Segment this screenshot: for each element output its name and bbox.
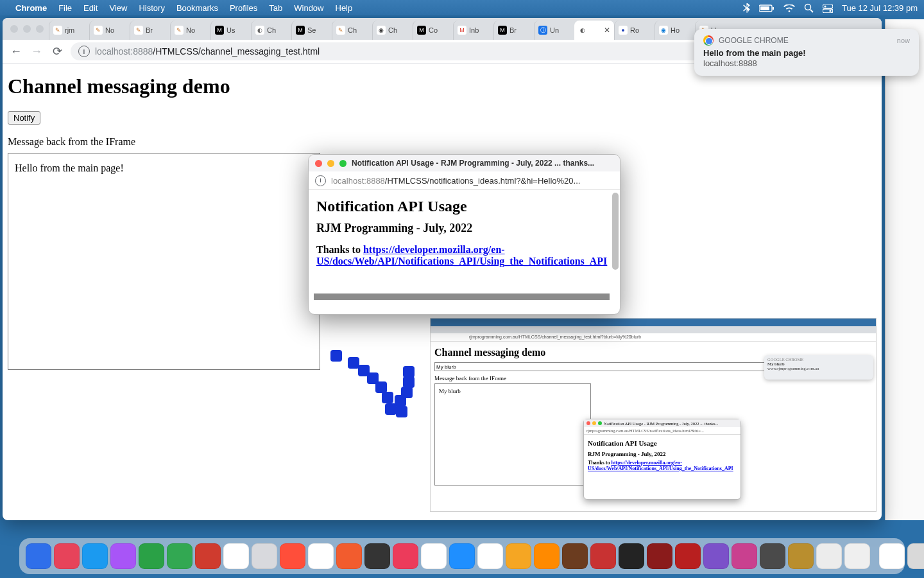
dock-app-icon[interactable] (562, 543, 588, 569)
browser-tab[interactable]: ◉Ch (372, 21, 413, 40)
dock-app-icon[interactable] (82, 543, 108, 569)
browser-tab[interactable]: MInb (453, 21, 493, 40)
browser-tab[interactable]: MBr (493, 21, 534, 40)
tab-favicon: ✎ (336, 26, 345, 35)
browser-tab[interactable]: ✎rjm (49, 21, 89, 40)
toast-app-name: GOOGLE CHROME (719, 36, 789, 45)
menubar-bookmarks[interactable]: Bookmarks (176, 3, 218, 13)
dock-app-icon[interactable] (308, 543, 334, 569)
dock-app-icon[interactable] (223, 543, 249, 569)
menubar-view[interactable]: View (109, 3, 127, 13)
forward-button[interactable]: → (30, 45, 44, 58)
wifi-icon[interactable] (783, 3, 795, 12)
bluetooth-icon[interactable] (743, 3, 750, 13)
dock-app-icon[interactable] (393, 543, 418, 569)
dock-app-icon[interactable] (703, 543, 729, 569)
dock-app-icon[interactable] (167, 543, 193, 569)
nested-popup-title: Notification API Usage - RJM Programming… (604, 421, 719, 426)
menubar-profiles[interactable]: Profiles (230, 3, 257, 13)
window-traffic-lights[interactable] (8, 18, 49, 40)
dock-app-icon[interactable] (844, 543, 870, 569)
dock-app-icon[interactable] (449, 543, 475, 569)
dock-app-icon[interactable] (336, 543, 362, 569)
popup-footer-bar (314, 293, 610, 300)
browser-tab[interactable]: ◐Ch (251, 21, 291, 40)
dock-app-icon[interactable] (280, 543, 305, 569)
tab-favicon: M (296, 26, 305, 35)
dock-app-icon[interactable] (816, 543, 842, 569)
dock-app-icon[interactable] (364, 543, 390, 569)
dock-app-icon[interactable] (619, 543, 644, 569)
popup-thanks-line: Thanks to https://developer.mozilla.org/… (316, 244, 612, 267)
dock-app-icon[interactable] (252, 543, 277, 569)
spotlight-icon[interactable] (804, 3, 814, 13)
browser-tab[interactable]: ✎Ch (332, 21, 372, 40)
dock-app-icon[interactable] (195, 543, 221, 569)
reload-button[interactable]: ⟳ (50, 44, 64, 58)
browser-tab[interactable]: MUs (210, 21, 251, 40)
browser-tab[interactable]: MCo (413, 21, 453, 40)
menubar-help[interactable]: Help (336, 3, 353, 13)
cursor-trail-dot (385, 403, 397, 415)
browser-tab[interactable]: ◉Ho (654, 21, 695, 40)
macos-dock[interactable] (19, 538, 905, 574)
browser-tab[interactable]: ✎No (170, 21, 210, 40)
traffic-close-icon[interactable] (10, 25, 18, 33)
popup-scrollbar[interactable] (612, 193, 619, 292)
back-button[interactable]: ← (9, 45, 23, 58)
popup-subheading: RJM Programming - July, 2022 (316, 222, 612, 235)
popup-window[interactable]: Notification API Usage - RJM Programming… (308, 154, 620, 315)
dock-app-icon[interactable] (647, 543, 672, 569)
popup-min-icon[interactable] (327, 160, 334, 167)
popup-address-bar[interactable]: i localhost:8888/HTMLCSS/notifications_i… (309, 171, 620, 190)
dock-app-icon[interactable] (26, 543, 51, 569)
site-info-icon[interactable]: i (78, 46, 90, 57)
toast-subtitle: localhost:8888 (703, 58, 910, 68)
dock-app-icon[interactable] (110, 543, 136, 569)
dock-app-icon[interactable] (421, 543, 447, 569)
menubar-history[interactable]: History (139, 3, 164, 13)
traffic-max-icon[interactable] (36, 25, 44, 33)
menubar-clock[interactable]: Tue 12 Jul 12:39 pm (842, 3, 918, 13)
dock-app-icon[interactable] (732, 543, 757, 569)
browser-tab[interactable]: ✎Br (130, 21, 170, 40)
tab-label: Us (227, 26, 235, 34)
url-host: localhost:8888/HTMLCSS/channel_messaging… (95, 46, 320, 57)
popup-titlebar[interactable]: Notification API Usage - RJM Programming… (309, 155, 620, 171)
menubar-tab[interactable]: Tab (269, 3, 282, 13)
dock-app-icon[interactable] (590, 543, 616, 569)
popup-close-icon[interactable] (315, 160, 322, 167)
tab-favicon: ✎ (94, 26, 103, 35)
dock-app-icon[interactable] (760, 543, 785, 569)
dock-app-icon[interactable] (879, 543, 905, 569)
popup-max-icon[interactable] (339, 160, 346, 167)
menubar-app[interactable]: Chrome (15, 3, 47, 13)
browser-tab[interactable]: ◐✕ (574, 21, 614, 40)
browser-tab[interactable]: ●Ro (614, 21, 654, 40)
dock-app-icon[interactable] (788, 543, 814, 569)
tab-favicon: M (215, 26, 224, 35)
menubar-window[interactable]: Window (294, 3, 323, 13)
tab-favicon: ◉ (377, 26, 386, 35)
menubar-edit[interactable]: Edit (83, 3, 98, 13)
dock-app-icon[interactable] (477, 543, 503, 569)
browser-tab[interactable]: MSe (291, 21, 332, 40)
dock-app-icon[interactable] (506, 543, 531, 569)
notify-button[interactable]: Notify (8, 111, 40, 125)
notification-toast[interactable]: GOOGLE CHROME now Hello from the main pa… (694, 29, 919, 76)
dock-app-icon[interactable] (907, 543, 924, 569)
tab-favicon: M (458, 26, 466, 35)
browser-tab[interactable]: ⓘUn (534, 21, 574, 40)
tab-label: Br (509, 26, 517, 34)
tab-close-icon[interactable]: ✕ (604, 26, 610, 35)
dock-app-icon[interactable] (54, 543, 80, 569)
battery-icon[interactable] (759, 3, 774, 13)
popup-site-info-icon[interactable]: i (315, 175, 326, 186)
menubar-file[interactable]: File (58, 3, 72, 13)
browser-tab[interactable]: ✎No (89, 21, 130, 40)
control-center-icon[interactable] (823, 3, 833, 12)
traffic-min-icon[interactable] (23, 25, 31, 33)
dock-app-icon[interactable] (139, 543, 164, 569)
dock-app-icon[interactable] (675, 543, 701, 569)
dock-app-icon[interactable] (534, 543, 560, 569)
